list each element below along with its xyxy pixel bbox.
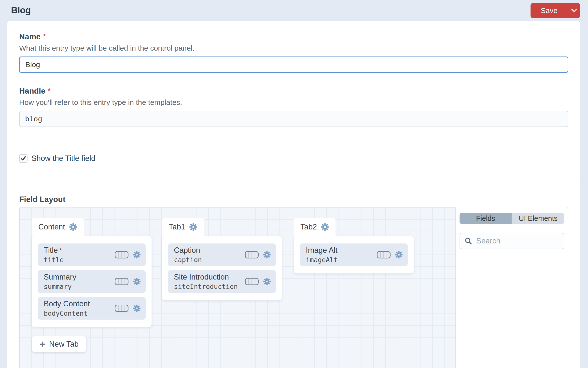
field-handle: siteIntroduction: [174, 283, 245, 290]
field-settings-gear-icon[interactable]: [263, 251, 271, 259]
field-row-body-content[interactable]: Body Content bodyContent: [38, 297, 146, 320]
show-title-checkbox-label: Show the Title field: [31, 154, 95, 163]
page-title: Blog: [11, 5, 31, 15]
field-width-picker[interactable]: [245, 278, 259, 285]
chevron-down-icon: [571, 8, 577, 13]
field-label: Site Introduction: [174, 273, 245, 282]
field-width-picker[interactable]: [245, 251, 259, 258]
field-label: Caption: [174, 246, 245, 255]
handle-field-block: Handle* How you’ll refer to this entry t…: [19, 86, 568, 127]
layout-tab-content[interactable]: Content: [32, 218, 84, 236]
field-handle: summary: [44, 283, 115, 290]
field-handle: title: [44, 256, 115, 264]
field-row-image-alt[interactable]: Image Alt imageAlt: [300, 243, 408, 266]
show-title-checkbox-row[interactable]: Show the Title field: [19, 154, 568, 163]
field-settings-gear-icon[interactable]: [263, 278, 271, 285]
library-segmented-toggle: Fields UI Elements: [460, 213, 564, 224]
section-divider: [7, 179, 580, 179]
handle-label: Handle: [19, 86, 45, 95]
field-settings-gear-icon[interactable]: [133, 278, 141, 285]
tab-settings-gear-icon[interactable]: [69, 223, 77, 231]
layout-tab-tab1-card: Caption caption Site Introduction siteIn…: [162, 236, 282, 300]
library-tab-fields[interactable]: Fields: [460, 213, 512, 224]
name-label: Name: [19, 32, 41, 41]
save-menu-button[interactable]: [568, 3, 580, 18]
field-search-input[interactable]: [476, 236, 559, 246]
layout-tab-tab2-card: Image Alt imageAlt: [294, 236, 414, 273]
handle-instructions: How you’ll refer to this entry type in t…: [19, 98, 568, 107]
layout-tab-content-card: Title* title Summary summary: [32, 236, 152, 327]
layout-tab-tab1[interactable]: Tab1: [162, 218, 204, 236]
new-tab-button-label: New Tab: [49, 340, 79, 349]
field-row-caption[interactable]: Caption caption: [168, 243, 276, 266]
header-bar: Blog Save: [0, 0, 588, 21]
new-tab-button[interactable]: New Tab: [32, 336, 86, 352]
tab-settings-gear-icon[interactable]: [321, 223, 329, 231]
layout-tab-content-label: Content: [38, 223, 65, 231]
field-width-picker[interactable]: [115, 251, 128, 258]
field-search-box[interactable]: [460, 233, 564, 249]
field-handle: bodyContent: [44, 310, 115, 317]
name-instructions: What this entry type will be called in t…: [19, 44, 568, 52]
name-input[interactable]: [19, 57, 568, 73]
field-handle: caption: [174, 256, 245, 264]
search-icon: [464, 237, 472, 245]
tab-settings-gear-icon[interactable]: [189, 223, 197, 231]
section-divider: [7, 138, 580, 138]
library-tab-ui-elements[interactable]: UI Elements: [512, 213, 564, 224]
field-layout-designer: Content Title* title Summary summary: [19, 207, 568, 368]
name-required-asterisk: *: [43, 32, 46, 40]
layout-tab-tab2-label: Tab2: [300, 223, 317, 231]
layout-tab-tab2[interactable]: Tab2: [294, 218, 336, 236]
field-row-summary[interactable]: Summary summary: [38, 270, 146, 293]
field-settings-gear-icon[interactable]: [395, 251, 403, 259]
plus-icon: [39, 341, 46, 347]
field-width-picker[interactable]: [115, 305, 128, 312]
field-library-sidebar: Fields UI Elements: [455, 207, 568, 368]
name-field-block: Name* What this entry type will be calle…: [19, 32, 568, 73]
field-label: Body Content: [44, 299, 115, 308]
field-settings-gear-icon[interactable]: [133, 304, 141, 312]
content-panel: Name* What this entry type will be calle…: [7, 21, 580, 368]
field-width-picker[interactable]: [115, 278, 128, 285]
field-label: Title: [44, 246, 58, 255]
field-required-asterisk: *: [59, 246, 62, 254]
save-split-button: Save: [531, 3, 580, 18]
handle-input[interactable]: [19, 111, 568, 127]
field-label: Image Alt: [306, 246, 377, 255]
field-layout-heading: Field Layout: [19, 195, 568, 204]
field-width-picker[interactable]: [377, 251, 391, 258]
field-layout-grid: Content Title* title Summary summary: [20, 207, 455, 368]
field-handle: imageAlt: [306, 256, 377, 264]
field-settings-gear-icon[interactable]: [133, 251, 141, 259]
save-button[interactable]: Save: [531, 3, 568, 18]
field-row-site-introduction[interactable]: Site Introduction siteIntroduction: [168, 270, 276, 293]
show-title-checkbox[interactable]: [19, 154, 28, 163]
checkmark-icon: [20, 156, 26, 161]
field-row-title[interactable]: Title* title: [38, 243, 146, 266]
field-label: Summary: [44, 273, 115, 282]
layout-tab-tab1-label: Tab1: [169, 223, 185, 231]
handle-required-asterisk: *: [48, 87, 51, 94]
